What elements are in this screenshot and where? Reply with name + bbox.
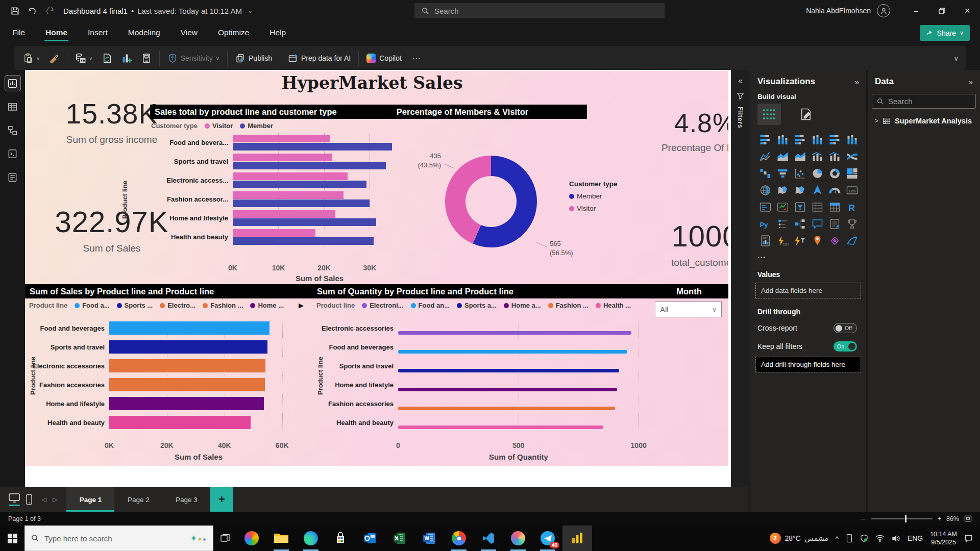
100-stacked-column-chart-icon[interactable] (843, 131, 861, 148)
stacked-bar-chart-icon[interactable] (756, 131, 774, 148)
taskbar-search-input[interactable]: Type here to search ✦✦✦ (24, 525, 213, 551)
legend-item-home[interactable]: Home ... (250, 302, 284, 309)
task-view-button[interactable] (213, 525, 237, 551)
zoom-level[interactable]: 86% (946, 515, 959, 522)
fit-to-page-icon[interactable] (964, 515, 972, 522)
100-stacked-bar-chart-icon[interactable] (826, 131, 843, 148)
prep-data-ai-button[interactable]: Prep data for AI (283, 48, 355, 68)
menu-modeling[interactable]: Modeling (127, 24, 161, 41)
bar-member[interactable] (233, 162, 386, 169)
area-chart-icon[interactable] (774, 148, 791, 165)
waterfall-chart-icon[interactable] (756, 165, 774, 182)
bar-sports-and-travel[interactable] (109, 340, 267, 354)
publish-button[interactable]: Publish (231, 48, 277, 68)
chart3-legend-overflow-icon[interactable]: ▶ (299, 302, 304, 309)
line-and-clustered-column-chart-icon[interactable] (826, 148, 843, 165)
bar-electronic-accessories[interactable] (398, 331, 631, 335)
r-script-visual-icon[interactable]: R (843, 198, 861, 215)
clustered-bar-chart-icon[interactable] (791, 131, 808, 148)
chart1-title[interactable]: Sales total by product line and customer… (150, 105, 338, 119)
language-indicator[interactable]: ENG (908, 534, 923, 542)
bar-food-and-beverages[interactable] (398, 350, 627, 354)
zoom-out-button[interactable]: — (861, 516, 866, 521)
bar-health-and-beauty[interactable] (398, 425, 603, 429)
minimize-button[interactable]: – (903, 0, 929, 21)
bar-member[interactable] (233, 143, 392, 151)
menu-home[interactable]: Home (44, 24, 68, 41)
new-visual-button[interactable] (117, 48, 137, 68)
map-icon[interactable] (756, 182, 774, 198)
taskbar-app-word[interactable]: W (414, 525, 444, 551)
data-search-input[interactable]: Search (872, 94, 976, 109)
wifi-icon[interactable] (875, 535, 885, 542)
legend-item-visitor[interactable]: Visitor (205, 122, 233, 130)
bar-visitor[interactable] (233, 135, 330, 142)
get-data-button[interactable]: ∨ (70, 48, 97, 68)
paginated-report-icon[interactable] (756, 232, 774, 249)
zoom-in-button[interactable]: + (938, 515, 941, 522)
format-visual-mode-button[interactable] (794, 104, 818, 125)
desktop-layout-button[interactable] (8, 493, 20, 506)
matrix-icon[interactable] (826, 198, 843, 215)
next-page-button[interactable]: ▷ (53, 496, 57, 503)
month-slicer-dropdown[interactable]: All ∨ (655, 302, 722, 317)
redo-icon[interactable] (41, 3, 58, 18)
legend-item-health[interactable]: Health ... (596, 302, 631, 309)
card-profit-percentage[interactable]: 4.8% Precentage Of Profit (631, 108, 728, 154)
weather-widget[interactable]: 2 28°C مشمس (770, 533, 828, 544)
line-chart-icon[interactable] (756, 148, 774, 165)
filled-map-icon[interactable] (774, 182, 791, 198)
metrics-icon[interactable] (843, 215, 861, 232)
data-table-supermarket-analysis[interactable]: > SuperMarket Analysis (868, 109, 980, 125)
document-title[interactable]: Dashboard 4 final1 • Last saved: Today a… (63, 7, 253, 15)
start-button[interactable] (0, 525, 24, 551)
bar-member[interactable] (233, 218, 376, 226)
bar-visitor[interactable] (233, 172, 348, 180)
add-data-fields-dropzone[interactable]: Add data fields here (755, 283, 861, 298)
metrics-diamond-icon[interactable] (826, 232, 843, 249)
volume-icon[interactable] (892, 535, 900, 542)
ribbon-chart-icon[interactable] (843, 148, 861, 165)
donut-chart-icon[interactable] (826, 165, 843, 182)
report-page[interactable]: HyperMarket Sales 15.38K Sum of gross in… (25, 71, 728, 466)
legend-item-homea[interactable]: Home a... (504, 302, 541, 309)
qa-visual-icon[interactable] (808, 215, 826, 232)
tab-page-2[interactable]: Page 2 (114, 487, 162, 512)
collapse-panel-icon[interactable]: » (855, 78, 859, 86)
card-icon[interactable]: 123 (843, 182, 861, 198)
table-icon[interactable] (808, 198, 826, 215)
pie-chart-icon[interactable] (808, 165, 826, 182)
bar-home-and-lifestyle[interactable] (109, 397, 264, 410)
taskbar-app-store[interactable] (326, 525, 355, 551)
model-view-button[interactable] (5, 122, 21, 138)
show-hidden-icons-button[interactable]: ^ (836, 535, 839, 542)
zoom-slider[interactable] (871, 518, 933, 519)
save-icon[interactable] (6, 3, 23, 18)
bar-visitor[interactable] (233, 210, 335, 218)
filter-funnel-icon[interactable] (737, 92, 744, 99)
refresh-button[interactable] (97, 48, 117, 68)
ribbon-more-button[interactable]: ⋯ (406, 54, 428, 63)
tab-page-1[interactable]: Page 1 (66, 487, 114, 512)
cross-report-toggle[interactable]: Off (834, 323, 857, 333)
treemap-icon[interactable] (843, 165, 861, 182)
power-platform-icon[interactable] (843, 232, 861, 249)
build-visual-mode-button[interactable] (757, 104, 781, 125)
more-visuals-button[interactable]: ... (750, 249, 866, 262)
filters-rail-label[interactable]: Filters (737, 107, 744, 129)
taskbar-app-edge[interactable] (296, 525, 326, 551)
new-page-button[interactable]: + (210, 487, 233, 512)
notification-center-icon[interactable] (964, 534, 973, 543)
keep-all-filters-toggle[interactable]: On (834, 341, 857, 352)
card-total-customers[interactable]: 1000 total_customers (631, 219, 728, 268)
bar-fashion-accessories[interactable] (109, 378, 265, 391)
restore-button[interactable] (929, 0, 954, 21)
paste-button[interactable]: ∨ (18, 48, 44, 68)
line-and-stacked-column-chart-icon[interactable] (808, 148, 826, 165)
chart1-plot[interactable]: Food and bevera...Sports and travelElect… (150, 133, 406, 246)
gauge-icon[interactable] (826, 182, 843, 198)
bar-home-and-lifestyle[interactable] (398, 388, 617, 391)
close-button[interactable]: ✕ (954, 0, 980, 21)
menu-view[interactable]: View (180, 24, 199, 41)
tmdl-view-button[interactable] (5, 169, 21, 185)
